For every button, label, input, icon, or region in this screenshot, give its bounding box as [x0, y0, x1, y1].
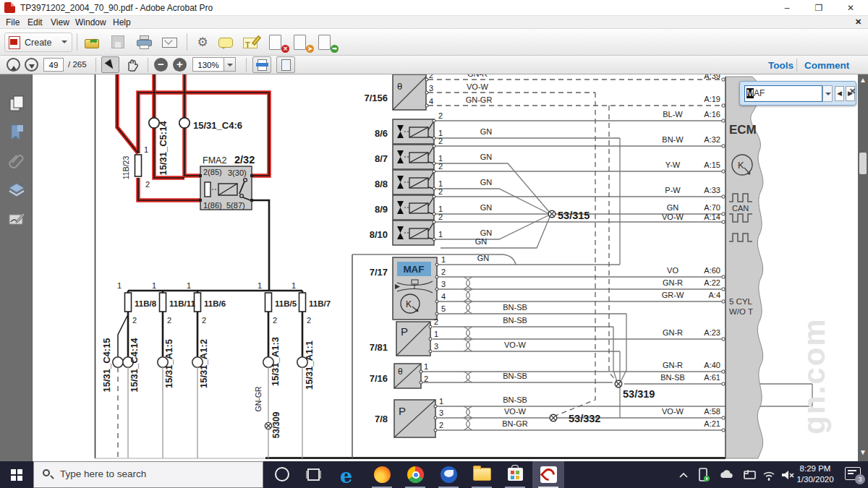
wire-color: VO-W: [504, 341, 527, 349]
attachments-icon[interactable]: [8, 153, 25, 170]
next-page-button[interactable]: [25, 58, 38, 72]
comment-bubble-icon[interactable]: [218, 38, 236, 53]
page-number-input[interactable]: 49: [43, 58, 64, 72]
component-id: 8/7: [375, 153, 388, 164]
search-input[interactable]: MAF: [744, 85, 822, 102]
component-id: 7/17: [370, 267, 388, 278]
component-id: 7/156: [364, 93, 388, 103]
ecm-pin: A:58: [704, 407, 720, 416]
ecm-pin: A:16: [704, 110, 720, 119]
pin-number: 2: [307, 316, 311, 325]
p-symbol: P: [401, 325, 408, 338]
relay-id: 2/32: [234, 154, 255, 166]
pin-number: 3: [441, 280, 446, 288]
bookmarks-icon[interactable]: [8, 124, 25, 141]
k-symbol: K: [406, 299, 412, 309]
maf-search-highlight: MAF: [403, 264, 424, 275]
close-button[interactable]: ✕: [838, 0, 863, 16]
menu-help[interactable]: Help: [110, 17, 134, 27]
zoom-out-button[interactable]: −: [154, 58, 168, 72]
zoom-in-button[interactable]: +: [173, 58, 187, 72]
task-view-button[interactable]: [298, 461, 330, 488]
wifi-tray-icon[interactable]: [761, 467, 777, 483]
relay-pin: 3(30): [228, 168, 247, 177]
connector-label: 15/31_C4:6: [193, 120, 242, 131]
pin-number: 1: [439, 397, 443, 406]
page-thumbnails-icon[interactable]: [8, 95, 25, 112]
chrome-taskbar-icon[interactable]: [399, 461, 431, 488]
acrobat-taskbar-icon[interactable]: [532, 461, 564, 488]
open-file-icon[interactable]: ➦: [84, 35, 101, 51]
ecm-pin: A:19: [704, 95, 720, 103]
comment-button[interactable]: Comment: [804, 60, 849, 71]
pin-number: 2: [438, 162, 443, 171]
wire-color: VO-W: [662, 407, 684, 416]
pin-number: 2: [434, 317, 438, 326]
create-button[interactable]: Create: [4, 33, 72, 52]
select-tool-button[interactable]: [101, 56, 119, 73]
splice-label: 53/315: [558, 210, 590, 221]
taskbar-search-box[interactable]: Type here to search: [33, 461, 263, 488]
scrollbar-thumb[interactable]: [859, 153, 867, 174]
menu-window[interactable]: Window: [72, 17, 109, 27]
store-taskbar-icon[interactable]: [499, 461, 531, 488]
wire-color: BN-SB: [503, 316, 527, 325]
layers-icon[interactable]: [8, 181, 25, 199]
fit-page-button[interactable]: [276, 56, 295, 73]
vertical-scrollbar[interactable]: ▲ ▼: [858, 74, 868, 461]
scrolling-mode-button[interactable]: [252, 56, 271, 73]
previous-page-button[interactable]: [7, 58, 20, 72]
highlight-text-icon[interactable]: [243, 38, 260, 53]
edge-taskbar-icon[interactable]: e: [333, 461, 365, 488]
pdf-page[interactable]: 15/31_C4:6 15/31_C5:14 1 2 11B/23 FMA2 2…: [33, 74, 868, 461]
wire-color: GR-W: [662, 291, 684, 299]
menu-view[interactable]: View: [48, 17, 72, 27]
file-explorer-taskbar-icon[interactable]: [466, 461, 498, 488]
restore-button[interactable]: ❐: [807, 0, 831, 16]
relay-name: FMA2: [203, 155, 226, 166]
hand-tool-button[interactable]: [123, 56, 141, 73]
relay-pin: 1(86): [203, 201, 222, 210]
title-bar: TP3971202_2004_70_90.pdf - Adobe Acrobat…: [0, 0, 868, 16]
wire-color: GN-GR: [254, 386, 263, 411]
pin-number: 2: [167, 316, 171, 325]
your-phone-tray-icon[interactable]: [696, 467, 712, 483]
fuse-label: 11B/11: [169, 299, 195, 308]
search-dropdown-caret[interactable]: [822, 85, 833, 102]
pin-number: 2: [441, 267, 446, 276]
minimize-button[interactable]: –: [775, 0, 799, 16]
firefox-taskbar-icon[interactable]: [366, 461, 398, 488]
pin-number: 4: [441, 292, 446, 301]
export-pdf-icon[interactable]: ➤: [294, 35, 311, 51]
menu-file[interactable]: File: [3, 17, 22, 27]
scroll-up-icon[interactable]: ▲: [858, 76, 868, 87]
zoom-level-value[interactable]: 130%: [192, 57, 224, 72]
save-icon[interactable]: [110, 35, 127, 51]
tray-expand-icon[interactable]: [678, 470, 689, 479]
onedrive-tray-icon[interactable]: [719, 467, 735, 483]
ecm-pin: A:33: [704, 186, 720, 194]
display-tray-icon[interactable]: [742, 467, 758, 483]
menubar-close-icon[interactable]: ✕: [855, 17, 861, 27]
start-button[interactable]: [0, 461, 33, 488]
print-icon[interactable]: [136, 35, 153, 51]
settings-gear-icon[interactable]: ⚙: [194, 35, 211, 51]
pin-number: 1: [441, 255, 446, 264]
cortana-button[interactable]: [266, 461, 298, 488]
signatures-icon[interactable]: [8, 210, 25, 228]
wiring-diagram: 15/31_C4:6 15/31_C5:14 1 2 11B/23 FMA2 2…: [33, 74, 868, 461]
thunderbird-taskbar-icon[interactable]: [433, 461, 464, 488]
tools-button[interactable]: Tools: [768, 60, 793, 71]
remove-pdf-icon[interactable]: ✕: [269, 35, 286, 51]
find-close-icon[interactable]: ✕: [849, 87, 856, 96]
taskbar-clock[interactable]: 8:29 PM 1/30/2020: [791, 463, 839, 485]
ecm-pin: A:4: [708, 291, 720, 299]
menu-edit[interactable]: Edit: [25, 17, 46, 27]
zoom-dropdown-caret[interactable]: [224, 57, 236, 72]
email-icon[interactable]: [162, 38, 179, 53]
fuse-label: 11B/6: [204, 299, 226, 308]
ecm-pin: A:39: [704, 74, 720, 80]
scroll-down-icon[interactable]: ▼: [858, 448, 868, 460]
send-file-icon[interactable]: ➥: [318, 35, 336, 51]
find-previous-button[interactable]: ◀: [835, 86, 844, 101]
